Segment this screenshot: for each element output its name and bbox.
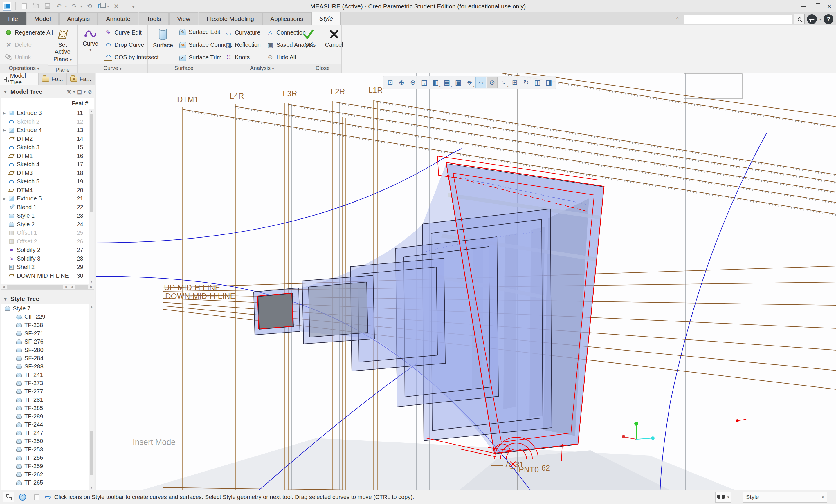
- collapse-section-icon[interactable]: ▼: [3, 89, 7, 94]
- surface-button[interactable]: Surface: [151, 27, 175, 63]
- style-tree-row[interactable]: CIF-229: [1, 313, 89, 321]
- group-label-curve[interactable]: Curve ▾: [77, 63, 148, 73]
- model-tree-vertical-scrollbar[interactable]: ▲ ▼: [89, 109, 94, 284]
- tree-settings-icon[interactable]: ▤: [77, 89, 82, 95]
- tab-folder-browser[interactable]: Fo...: [39, 73, 67, 85]
- style-entity-name[interactable]: SF-280: [24, 347, 89, 353]
- window-display-button[interactable]: ◫: [532, 77, 543, 88]
- scrollbar-thumb[interactable]: [75, 285, 88, 289]
- feature-name[interactable]: Offset 1: [17, 230, 71, 236]
- chevron-down-icon[interactable]: ▾: [451, 85, 452, 88]
- undo-dropdown[interactable]: ▾: [65, 4, 67, 8]
- windows-button[interactable]: [97, 2, 106, 11]
- close-window-button[interactable]: ✕: [112, 2, 121, 11]
- model-tree-row[interactable]: ▶Extrude 521: [1, 194, 89, 203]
- spin-center-button[interactable]: ⊙: [487, 77, 497, 88]
- capture-render-button[interactable]: ▣: [453, 77, 463, 88]
- style-entity-name[interactable]: TF-289: [24, 413, 89, 420]
- style-entity-name[interactable]: TF-281: [24, 396, 89, 403]
- style-entity-name[interactable]: TF-265: [24, 479, 89, 486]
- scrollbar-thumb[interactable]: [7, 285, 63, 289]
- close-button[interactable]: ✕: [823, 0, 836, 13]
- help-button[interactable]: ?: [823, 14, 833, 24]
- style-tree-row[interactable]: TF-241: [1, 371, 89, 379]
- save-button[interactable]: [43, 2, 52, 11]
- scroll-down-icon[interactable]: ▼: [89, 279, 94, 284]
- zoom-out-button[interactable]: ⊖: [407, 77, 418, 88]
- style-entity-name[interactable]: SF-276: [24, 338, 89, 345]
- style-entity-name[interactable]: TF-273: [24, 380, 89, 387]
- scroll-right-icon[interactable]: ▶: [89, 285, 94, 289]
- style-entity-name[interactable]: TF-277: [24, 388, 89, 395]
- tree-visibility-icon[interactable]: ⊘: [88, 89, 92, 95]
- tab-annotate[interactable]: Annotate: [98, 13, 138, 25]
- group-label-analysis[interactable]: Analysis ▾: [220, 63, 304, 73]
- scroll-down-icon[interactable]: ▼: [89, 485, 94, 490]
- scrollbar-thumb[interactable]: [90, 114, 93, 212]
- style-tree-row[interactable]: TF-238: [1, 321, 89, 329]
- tab-model-tree[interactable]: Model Tree: [0, 73, 39, 85]
- chevron-down-icon[interactable]: ▾: [473, 85, 475, 88]
- mirror-display-button[interactable]: ◨: [544, 77, 554, 88]
- feature-name[interactable]: DTM1: [17, 153, 71, 159]
- style-tree-row[interactable]: TF-285: [1, 404, 89, 412]
- grid-display-button[interactable]: ⊞: [510, 77, 520, 88]
- style-tree-row[interactable]: TF-273: [1, 379, 89, 387]
- feature-name[interactable]: Solidify 3: [17, 255, 71, 262]
- model-tree-row[interactable]: Blend 122: [1, 203, 89, 212]
- style-entity-name[interactable]: TF-253: [24, 446, 89, 453]
- collapse-section-icon[interactable]: ▼: [3, 296, 7, 302]
- style-tree-row[interactable]: SF-284: [1, 354, 89, 363]
- tree-tools-icon[interactable]: ⚒: [66, 89, 71, 95]
- windows-dropdown[interactable]: ▾: [107, 4, 109, 8]
- style-tree-row[interactable]: TF-277: [1, 387, 89, 396]
- curve-display-button[interactable]: ≈▾: [498, 77, 509, 88]
- style-entity-name[interactable]: SF-271: [24, 330, 89, 337]
- regenerate-button[interactable]: ⟲: [85, 2, 94, 11]
- curve-button[interactable]: Curve ▾: [80, 27, 100, 63]
- graphics-area[interactable]: ⊡⊕⊖◱◧▾▤▾▣⋇▾▱⊙≈▾⊞↻◫◨ Insert Mode: [95, 73, 836, 490]
- style-tree-row[interactable]: TF-281: [1, 396, 89, 404]
- scroll-left-icon[interactable]: ◀: [1, 285, 6, 289]
- style-tree-row[interactable]: SF-280: [1, 346, 89, 354]
- feature-name[interactable]: Sketch 2: [17, 118, 71, 125]
- set-active-plane-button[interactable]: Set Active Plane ▾: [51, 27, 74, 65]
- model-tree-row[interactable]: ▶Extrude 311: [1, 109, 89, 117]
- feature-name[interactable]: Extrude 4: [17, 127, 71, 134]
- scroll-left-icon[interactable]: ◀: [69, 285, 74, 289]
- model-tree-row[interactable]: DTM116: [1, 152, 89, 160]
- chevron-down-icon[interactable]: ▾: [507, 85, 509, 88]
- model-tree-row[interactable]: Shell 229: [1, 263, 89, 272]
- feature-name[interactable]: Sketch 4: [17, 161, 71, 168]
- feature-name[interactable]: Shell 2: [17, 264, 71, 270]
- model-tree-row[interactable]: Offset 125: [1, 229, 89, 237]
- model-tree-row[interactable]: Sketch 212: [1, 117, 89, 126]
- style-tree-row[interactable]: SF-288: [1, 363, 89, 371]
- tab-model[interactable]: Model: [26, 13, 59, 25]
- saved-views-button[interactable]: ▤▾: [441, 77, 452, 88]
- style-entity-name[interactable]: TF-262: [24, 471, 89, 478]
- feature-name[interactable]: DTM2: [17, 136, 71, 142]
- model-tree-horizontal-scrollbar[interactable]: ◀ ▶ ◀ ▶: [1, 284, 94, 289]
- tab-style[interactable]: Style: [311, 12, 341, 25]
- panel-splitter[interactable]: [0, 290, 95, 294]
- tree-settings-dropdown[interactable]: ▾: [84, 90, 86, 94]
- style-entity-name[interactable]: SF-288: [24, 363, 89, 370]
- tab-favorites[interactable]: Fa...: [67, 73, 95, 85]
- style-tree-row[interactable]: Style 7: [1, 304, 89, 313]
- style-tree-row[interactable]: SF-276: [1, 337, 89, 346]
- navigator-toggle-button[interactable]: [3, 492, 14, 502]
- scrollbar-thumb[interactable]: [90, 431, 93, 475]
- reflection-button[interactable]: ◨ Reflection: [223, 40, 262, 50]
- tab-applications[interactable]: Applications: [262, 13, 311, 25]
- search-button[interactable]: [794, 14, 805, 24]
- curvature-button[interactable]: ◡ Curvature: [223, 28, 262, 37]
- model-tree-row[interactable]: ▶Extrude 413: [1, 126, 89, 135]
- learning-connector-button[interactable]: [807, 14, 817, 24]
- style-tree-row[interactable]: TF-259: [1, 462, 89, 470]
- unlink-button[interactable]: Unlink: [3, 53, 45, 62]
- feat-number-column-header[interactable]: Feat #: [71, 98, 89, 109]
- display-style-button[interactable]: ◧▾: [430, 77, 441, 88]
- style-tree-row[interactable]: TF-262: [1, 470, 89, 479]
- feature-name[interactable]: Sketch 3: [17, 144, 71, 151]
